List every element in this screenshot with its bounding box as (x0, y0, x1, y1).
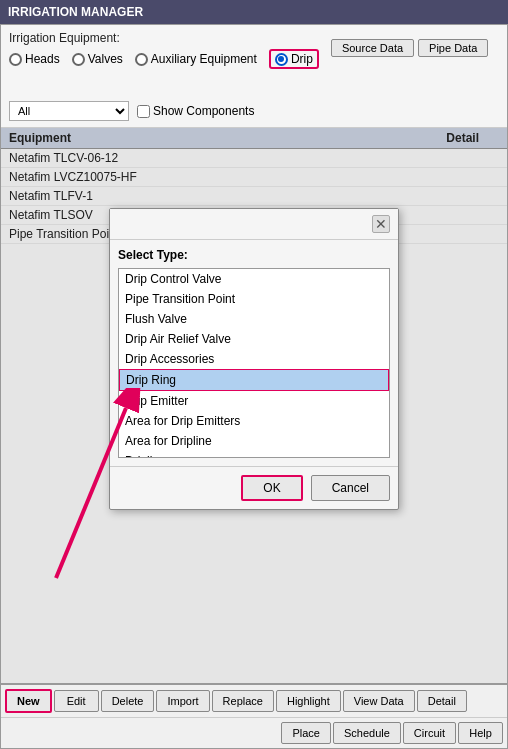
modal-close-button[interactable]: ✕ (372, 215, 390, 233)
list-item-air-relief[interactable]: Drip Air Relief Valve (119, 329, 389, 349)
toolbar-btn-group: Source Data Pipe Data (331, 39, 488, 57)
modal-body: Select Type: Drip Control Valve Pipe Tra… (110, 240, 398, 466)
select-type-modal: ✕ Select Type: Drip Control Valve Pipe T… (109, 208, 399, 510)
main-panel: Irrigation Equipment: Heads Valves Auxil… (0, 24, 508, 749)
list-item-area-dripline[interactable]: Area for Dripline (119, 431, 389, 451)
radio-label-drip: Drip (291, 52, 313, 66)
pipe-data-button[interactable]: Pipe Data (418, 39, 488, 57)
title-bar: IRRIGATION MANAGER (0, 0, 508, 24)
second-row-buttons: Place Schedule Circuit Help (1, 717, 507, 748)
place-button[interactable]: Place (281, 722, 331, 744)
delete-button[interactable]: Delete (101, 690, 155, 712)
list-item-area-drip-emitters[interactable]: Area for Drip Emitters (119, 411, 389, 431)
radio-circle-auxiliary (135, 53, 148, 66)
show-components-item[interactable]: Show Components (137, 104, 254, 118)
radio-label-heads: Heads (25, 52, 60, 66)
new-button[interactable]: New (5, 689, 52, 713)
radio-circle-valves (72, 53, 85, 66)
filter-select[interactable]: All (9, 101, 129, 121)
list-item-drip-accessories[interactable]: Drip Accessories (119, 349, 389, 369)
view-data-button[interactable]: View Data (343, 690, 415, 712)
radio-heads[interactable]: Heads (9, 52, 60, 66)
radio-label-auxiliary: Auxiliary Equipment (151, 52, 257, 66)
list-item-flush-valve[interactable]: Flush Valve (119, 309, 389, 329)
bottom-toolbar: New Edit Delete Import Replace Highlight… (1, 683, 507, 717)
replace-button[interactable]: Replace (212, 690, 274, 712)
list-item-drip-emitter[interactable]: Drip Emitter (119, 391, 389, 411)
source-data-button[interactable]: Source Data (331, 39, 414, 57)
radio-auxiliary[interactable]: Auxiliary Equipment (135, 52, 257, 66)
import-button[interactable]: Import (156, 690, 209, 712)
modal-footer: OK Cancel (110, 466, 398, 509)
modal-titlebar: ✕ (110, 209, 398, 240)
filter-row: All Show Components (9, 97, 499, 121)
select-type-label: Select Type: (118, 248, 390, 262)
radio-label-valves: Valves (88, 52, 123, 66)
circuit-button[interactable]: Circuit (403, 722, 456, 744)
toolbar: Irrigation Equipment: Heads Valves Auxil… (1, 25, 507, 128)
radio-circle-heads (9, 53, 22, 66)
highlight-button[interactable]: Highlight (276, 690, 341, 712)
help-button[interactable]: Help (458, 722, 503, 744)
show-components-checkbox[interactable] (137, 105, 150, 118)
cancel-button[interactable]: Cancel (311, 475, 390, 501)
content-area: Equipment Detail Netafim TLCV-06-12 Neta… (1, 128, 507, 683)
edit-button[interactable]: Edit (54, 690, 99, 712)
show-components-label: Show Components (153, 104, 254, 118)
app-title: IRRIGATION MANAGER (8, 5, 143, 19)
list-item-dripline[interactable]: Dripline (119, 451, 389, 458)
type-list[interactable]: Drip Control Valve Pipe Transition Point… (118, 268, 390, 458)
ok-button[interactable]: OK (241, 475, 302, 501)
list-item-drip-control-valve[interactable]: Drip Control Valve (119, 269, 389, 289)
radio-circle-drip (275, 53, 288, 66)
list-item-drip-ring[interactable]: Drip Ring (119, 369, 389, 391)
detail-button[interactable]: Detail (417, 690, 467, 712)
schedule-button[interactable]: Schedule (333, 722, 401, 744)
radio-valves[interactable]: Valves (72, 52, 123, 66)
radio-group: Heads Valves Auxiliary Equipment Drip So… (9, 49, 499, 69)
list-item-pipe-transition[interactable]: Pipe Transition Point (119, 289, 389, 309)
radio-drip-highlight[interactable]: Drip (269, 49, 319, 69)
modal-overlay: ✕ Select Type: Drip Control Valve Pipe T… (1, 128, 507, 683)
